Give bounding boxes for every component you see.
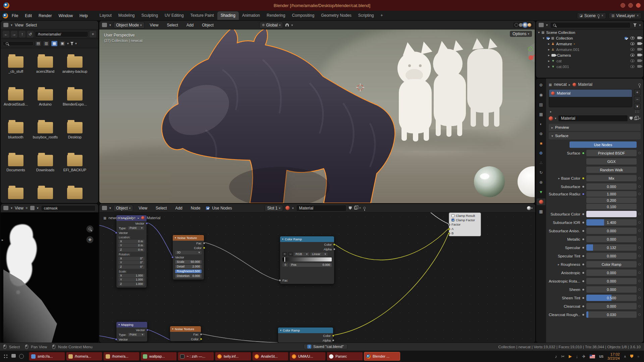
mapping-scale-x[interactable]: X1.000 xyxy=(118,274,145,278)
socket-fac-in[interactable] xyxy=(279,279,281,282)
outliner-row-scene-collection[interactable]: ▾ ▦ Scene Collection xyxy=(536,29,643,35)
socket-vector-out[interactable] xyxy=(146,329,149,331)
folder-item[interactable] xyxy=(31,188,60,199)
material-browse-icon[interactable] xyxy=(285,206,290,210)
material-slot-list[interactable]: Material xyxy=(549,89,632,107)
keyboard-layout[interactable]: us xyxy=(599,354,603,359)
render-camera-icon[interactable] xyxy=(637,59,641,62)
vp-menu-select[interactable]: Select xyxy=(164,22,181,28)
up-button[interactable]: ↑ xyxy=(19,31,25,38)
snap-icon[interactable] xyxy=(285,23,289,26)
material-name-field[interactable]: Material xyxy=(296,205,346,212)
folder-item[interactable] xyxy=(1,188,31,199)
mapping-rot-y[interactable]: Y0° xyxy=(118,261,145,264)
add-slot-button[interactable]: + xyxy=(634,89,641,95)
close-button[interactable] xyxy=(636,3,641,8)
folder-item[interactable]: Desktop xyxy=(60,122,90,139)
back-button[interactable]: ← xyxy=(3,31,9,38)
tab-add-workspace[interactable]: + xyxy=(377,11,386,20)
eye-icon[interactable] xyxy=(630,48,635,51)
ramp-stop-index[interactable]: 0 xyxy=(282,263,288,267)
tab-modifiers[interactable]: ⚙ xyxy=(537,150,545,157)
folder-item[interactable]: BlenderExpo... xyxy=(60,89,90,106)
tab-particles[interactable]: ∴ xyxy=(537,160,545,166)
tab-modeling[interactable]: Modeling xyxy=(115,11,138,20)
socket-fac-out[interactable] xyxy=(200,333,202,336)
pin-icon[interactable] xyxy=(363,207,366,209)
new-material-icon[interactable] xyxy=(634,117,637,120)
tab-geometry-nodes[interactable]: Geometry Nodes xyxy=(318,11,355,20)
snap-chevron-icon[interactable]: ▾ xyxy=(291,23,293,27)
orientation-dropdown[interactable]: ⊕Global▾ xyxy=(259,22,283,28)
outliner-row-collection[interactable]: ▾ ▦ Collection xyxy=(536,35,643,41)
subsurface-slider[interactable]: 0.000 xyxy=(586,183,637,190)
node-mapping[interactable]: ▾Mapping Vector Type:Point▾ Vector Locat… xyxy=(116,215,147,288)
solid-shading-icon[interactable] xyxy=(519,23,523,27)
ramp-add-stop-button[interactable]: + xyxy=(282,252,287,256)
hdri-preview-sphere[interactable] xyxy=(474,166,505,197)
node-color-ramp-2[interactable]: ▾Color Ramp Color Alpha xyxy=(278,327,333,343)
taskbar-app-button[interactable]: wallpap... xyxy=(141,352,177,361)
viewport-scene[interactable] xyxy=(99,29,535,203)
mapping-loc-x[interactable]: X0 m xyxy=(118,240,145,243)
specular-slider[interactable]: 0.132 xyxy=(586,244,637,251)
pin-icon[interactable] xyxy=(597,14,600,17)
folder-item[interactable]: _cb_stuff xyxy=(1,56,31,73)
tab-render[interactable]: ◉ xyxy=(537,92,545,98)
show-desktop-icon[interactable] xyxy=(11,354,16,358)
noise-scale-slider[interactable]: Scale50.000 xyxy=(175,260,202,264)
socket-color-out[interactable] xyxy=(203,247,205,249)
ramp-color-mode-dropdown[interactable]: RGB▾ xyxy=(294,252,309,256)
mapping-rot-x[interactable]: X0° xyxy=(118,257,145,260)
folder-item[interactable]: EFI_BACKUP xyxy=(60,155,90,172)
workspace-switcher-icon[interactable] xyxy=(19,354,24,359)
outliner-editor-icon[interactable] xyxy=(539,23,544,27)
subsurface-aniso-slider[interactable]: 0.000 xyxy=(586,228,637,234)
mapping-scale-z[interactable]: Z1.000 xyxy=(118,282,145,286)
editor-type-chevron-icon[interactable]: ▾ xyxy=(109,206,111,210)
socket-color-out[interactable] xyxy=(200,338,202,340)
mode-dropdown[interactable]: Object Mode▾ xyxy=(113,22,145,28)
taskbar-app-button[interactable]: /home/a... xyxy=(103,352,140,361)
path-field[interactable]: /home/amalie/ xyxy=(35,31,88,37)
remove-slot-button[interactable]: − xyxy=(634,96,641,102)
socket-vector-in[interactable] xyxy=(171,256,174,258)
music-tray-icon[interactable]: ♪ xyxy=(555,354,557,359)
menu-help[interactable]: Help xyxy=(76,12,91,19)
file-browser-editor-icon[interactable] xyxy=(3,23,8,27)
material-browse-icon[interactable] xyxy=(549,116,553,121)
outliner-row-armature[interactable]: ▸ ♟ Armature ▪ xyxy=(536,41,643,47)
folder-item[interactable]: busybox_rootfs xyxy=(31,122,60,139)
display-size-chevron-icon[interactable]: ▾ xyxy=(67,42,69,45)
rendered-shading-icon[interactable] xyxy=(528,23,531,27)
display-thumbnail-button[interactable]: ▦ xyxy=(51,41,58,47)
socket-vector-in[interactable] xyxy=(115,232,117,234)
unlink-material-icon[interactable]: × xyxy=(639,117,641,120)
panel-expand-icon[interactable]: ▸ xyxy=(2,238,3,242)
play-tray-icon[interactable]: ▶ xyxy=(569,354,572,359)
image-pan-icon[interactable]: ✥ xyxy=(86,236,94,243)
display-vertical-list-button[interactable]: ▤ xyxy=(35,41,42,47)
tab-tool[interactable]: ⚙ xyxy=(537,82,545,88)
socket-b-in[interactable] xyxy=(448,232,450,235)
viewlayer-selector[interactable]: ▥ ViewLayer × xyxy=(609,12,641,19)
render-camera-icon[interactable] xyxy=(637,48,641,51)
ie-hamburger-icon[interactable]: ≡ xyxy=(26,206,28,210)
radius-x-field[interactable]: 1.000 xyxy=(586,191,637,197)
render-camera-icon[interactable] xyxy=(637,42,641,45)
tab-object[interactable]: ■ xyxy=(537,140,545,147)
anisotropic-slider[interactable]: 0.000 xyxy=(586,269,637,276)
shading-mode-toggle[interactable] xyxy=(513,22,533,27)
scene-selector[interactable]: ◪ Scene × xyxy=(577,12,606,19)
filter-chevron-icon[interactable]: ▾ xyxy=(639,23,641,27)
gizmo-x-axis[interactable] xyxy=(529,55,533,60)
filter-icon[interactable] xyxy=(633,23,637,27)
subsurface-color-swatch[interactable] xyxy=(586,211,637,217)
socket-color-out[interactable] xyxy=(333,243,335,246)
save-notification[interactable]: i Saved "cat.blend" xyxy=(304,344,347,349)
socket-alpha-out[interactable] xyxy=(333,248,335,250)
taskbar-app-button[interactable]: /home/a... xyxy=(66,352,102,361)
ramp-gradient-bar[interactable] xyxy=(282,257,332,261)
node-canvas[interactable]: ▦ newcat ▸ Cube ▸ Material xyxy=(99,213,535,343)
render-camera-icon[interactable] xyxy=(637,37,641,39)
